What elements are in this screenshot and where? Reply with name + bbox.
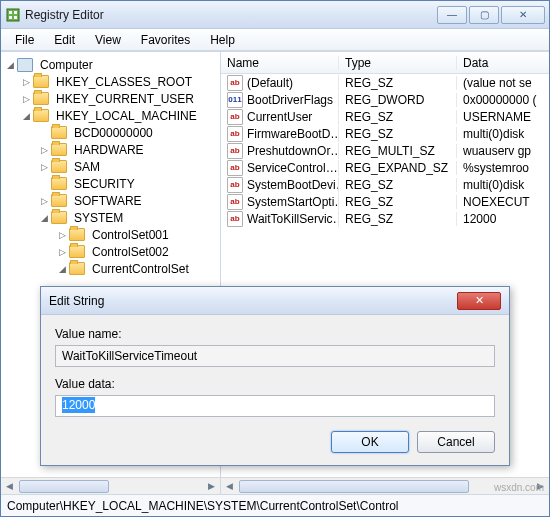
folder-icon [51, 143, 67, 156]
string-value-icon: ab [227, 143, 243, 159]
value-data: (value not se [457, 76, 549, 90]
value-type: REG_MULTI_SZ [339, 144, 457, 158]
tree-item[interactable]: ◢HKEY_LOCAL_MACHINE [3, 107, 218, 124]
scroll-right-icon[interactable]: ▶ [203, 478, 220, 495]
expand-icon[interactable]: ▷ [39, 196, 49, 206]
menu-edit[interactable]: Edit [44, 31, 85, 49]
dialog-titlebar[interactable]: Edit String ✕ [41, 287, 509, 315]
value-data: %systemroo [457, 161, 549, 175]
header-data[interactable]: Data [457, 56, 549, 70]
menu-view[interactable]: View [85, 31, 131, 49]
expand-icon[interactable]: ▷ [21, 77, 31, 87]
folder-icon [69, 245, 85, 258]
value-type: REG_EXPAND_SZ [339, 161, 457, 175]
tree-label: HARDWARE [71, 142, 147, 158]
cancel-button[interactable]: Cancel [417, 431, 495, 453]
string-value-icon: ab [227, 177, 243, 193]
selected-text: 12000 [62, 397, 95, 413]
header-type[interactable]: Type [339, 56, 457, 70]
collapse-icon[interactable]: ◢ [57, 264, 67, 274]
collapse-icon[interactable]: ◢ [39, 213, 49, 223]
expand-icon[interactable]: ▷ [57, 247, 67, 257]
tree-item[interactable]: ▷SECURITY [3, 175, 218, 192]
expand-icon[interactable]: ▷ [39, 162, 49, 172]
menu-help[interactable]: Help [200, 31, 245, 49]
tree-item[interactable]: ▷HKEY_CURRENT_USER [3, 90, 218, 107]
expand-icon[interactable]: ▷ [39, 145, 49, 155]
scroll-thumb[interactable] [19, 480, 109, 493]
folder-icon [51, 177, 67, 190]
collapse-icon[interactable]: ◢ [21, 111, 31, 121]
tree-item[interactable]: ◢SYSTEM [3, 209, 218, 226]
tree-item[interactable]: ▷ControlSet002 [3, 243, 218, 260]
minimize-button[interactable]: — [437, 6, 467, 24]
list-header: Name Type Data [221, 52, 549, 74]
tree-item[interactable]: ▷SAM [3, 158, 218, 175]
tree-item[interactable]: ◢CurrentControlSet [3, 260, 218, 277]
expand-icon[interactable]: ▷ [21, 94, 31, 104]
value-data: multi(0)disk [457, 127, 549, 141]
list-row[interactable]: abServiceControl…REG_EXPAND_SZ%systemroo [221, 159, 549, 176]
string-value-icon: ab [227, 211, 243, 227]
string-value-icon: ab [227, 75, 243, 91]
value-data: USERNAME [457, 110, 549, 124]
list-row[interactable]: ab(Default)REG_SZ(value not se [221, 74, 549, 91]
value-name: WaitToKillServic… [247, 212, 339, 226]
folder-icon [51, 211, 67, 224]
string-value-icon: ab [227, 194, 243, 210]
folder-icon [51, 160, 67, 173]
tree-label: SOFTWARE [71, 193, 145, 209]
tree-label: SAM [71, 159, 103, 175]
list-row[interactable]: abWaitToKillServic…REG_SZ12000 [221, 210, 549, 227]
tree-item[interactable]: ▷HARDWARE [3, 141, 218, 158]
value-data: NOEXECUT [457, 195, 549, 209]
tree-label: Computer [37, 57, 96, 73]
value-name: ServiceControl… [247, 161, 338, 175]
tree-item[interactable]: ▷BCD00000000 [3, 124, 218, 141]
scroll-left-icon[interactable]: ◀ [1, 478, 18, 495]
value-name: (Default) [247, 76, 293, 90]
string-value-icon: ab [227, 126, 243, 142]
value-type: REG_SZ [339, 195, 457, 209]
string-value-icon: ab [227, 109, 243, 125]
menu-file[interactable]: File [5, 31, 44, 49]
dialog-body: Value name: Value data: 12000 OK Cancel [41, 315, 509, 465]
folder-icon [51, 194, 67, 207]
value-name: FirmwareBootD… [247, 127, 339, 141]
statusbar: Computer\HKEY_LOCAL_MACHINE\SYSTEM\Curre… [1, 494, 549, 516]
ok-button[interactable]: OK [331, 431, 409, 453]
window-title: Registry Editor [25, 8, 437, 22]
value-name-input[interactable] [55, 345, 495, 367]
value-name: PreshutdownOr… [247, 144, 339, 158]
value-type: REG_SZ [339, 212, 457, 226]
expand-icon[interactable]: ▷ [57, 230, 67, 240]
list-row[interactable]: abCurrentUserREG_SZUSERNAME [221, 108, 549, 125]
value-data: 12000 [457, 212, 549, 226]
expand-icon[interactable]: ◢ [5, 60, 15, 70]
list-row[interactable]: abSystemBootDevi…REG_SZmulti(0)disk [221, 176, 549, 193]
close-button[interactable]: ✕ [501, 6, 545, 24]
tree-root[interactable]: ◢ Computer [3, 56, 218, 73]
tree-label: SYSTEM [71, 210, 126, 226]
value-type: REG_SZ [339, 178, 457, 192]
list-row[interactable]: abSystemStartOpti…REG_SZ NOEXECUT [221, 193, 549, 210]
maximize-button[interactable]: ▢ [469, 6, 499, 24]
tree-item[interactable]: ▷ControlSet001 [3, 226, 218, 243]
string-value-icon: ab [227, 160, 243, 176]
list-row[interactable]: abPreshutdownOr…REG_MULTI_SZwuauserv gp [221, 142, 549, 159]
folder-icon [33, 92, 49, 105]
tree-label: CurrentControlSet [89, 261, 192, 277]
tree-item[interactable]: ▷SOFTWARE [3, 192, 218, 209]
menu-favorites[interactable]: Favorites [131, 31, 200, 49]
scroll-left-icon[interactable]: ◀ [221, 478, 238, 495]
hscroll-tree[interactable]: ◀ ▶ [1, 477, 221, 494]
list-row[interactable]: abFirmwareBootD…REG_SZmulti(0)disk [221, 125, 549, 142]
header-name[interactable]: Name [221, 56, 339, 70]
dialog-close-button[interactable]: ✕ [457, 292, 501, 310]
folder-icon [33, 75, 49, 88]
titlebar[interactable]: Registry Editor — ▢ ✕ [1, 1, 549, 29]
scroll-thumb[interactable] [239, 480, 469, 493]
value-data-input[interactable]: 12000 [55, 395, 495, 417]
tree-item[interactable]: ▷HKEY_CLASSES_ROOT [3, 73, 218, 90]
list-row[interactable]: 011BootDriverFlagsREG_DWORD0x00000000 ( [221, 91, 549, 108]
